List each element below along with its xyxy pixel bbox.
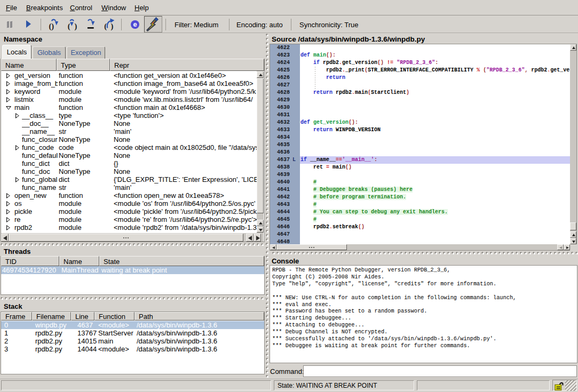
svg-text:(): (): [49, 22, 54, 31]
svg-text:(: (: [104, 22, 107, 31]
svg-text:): ): [111, 22, 114, 31]
svg-text:): ): [75, 22, 77, 31]
svg-text:(: (: [68, 22, 70, 31]
